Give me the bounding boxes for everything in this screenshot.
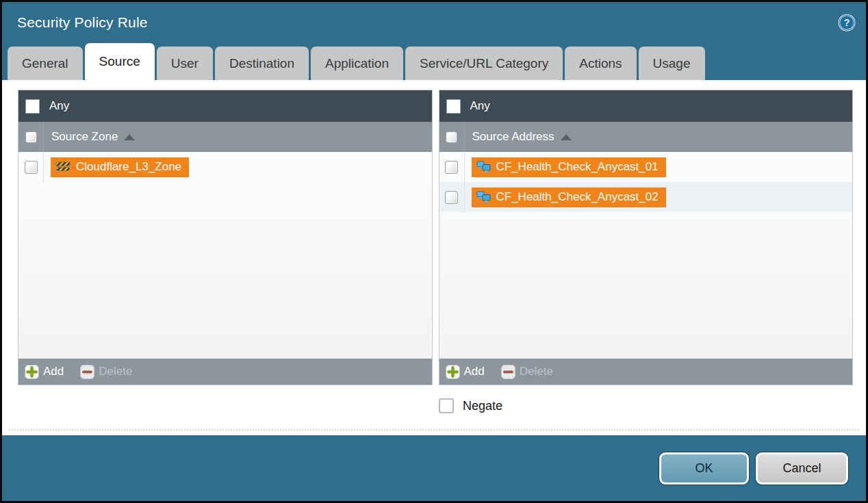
select-all-cell	[439, 122, 465, 152]
delete-minus-icon	[80, 365, 94, 379]
tab-service-url-category[interactable]: Service/URL Category	[405, 47, 563, 80]
tab-label: Destination	[229, 56, 294, 70]
tab-usage[interactable]: Usage	[639, 47, 705, 80]
tab-label: Source	[99, 54, 140, 68]
list-item-chip[interactable]: Cloudflare_L3_Zone	[51, 157, 189, 177]
zone-icon	[55, 162, 71, 173]
tab-content: Any Source Zone	[2, 80, 866, 435]
source-zone-panel: Any Source Zone	[18, 90, 433, 385]
row-checkbox-cell	[439, 182, 465, 212]
any-checkbox[interactable]	[446, 99, 461, 114]
row-checkbox[interactable]	[25, 161, 38, 174]
panels: Any Source Zone	[18, 90, 853, 385]
delete-button[interactable]: Delete	[501, 365, 553, 379]
help-icon[interactable]: ?	[837, 13, 856, 32]
select-all-cell	[18, 122, 44, 152]
tab-label: User	[171, 56, 199, 70]
list-item: Cloudflare_L3_Zone	[18, 152, 432, 182]
tab-bar: GeneralSourceUserDestinationApplicationS…	[2, 43, 866, 80]
address-icon	[476, 191, 491, 204]
negate-row: Negate	[439, 398, 853, 413]
tab-destination[interactable]: Destination	[215, 47, 309, 80]
add-button[interactable]: Add	[446, 365, 485, 379]
panel-toolbar: Add Delete	[439, 359, 853, 385]
list-item-label: CF_Health_Check_Anycast_02	[496, 190, 659, 204]
delete-button[interactable]: Delete	[80, 365, 132, 379]
source-address-panel: Any Source Address	[439, 90, 854, 385]
security-policy-rule-dialog: Security Policy Rule ? GeneralSourceUser…	[0, 0, 868, 503]
select-all-checkbox[interactable]	[446, 131, 457, 143]
tab-general[interactable]: General	[8, 47, 83, 80]
any-header: Any	[439, 90, 853, 122]
tab-label: Service/URL Category	[420, 56, 548, 70]
tab-actions[interactable]: Actions	[565, 47, 636, 80]
row-checkbox[interactable]	[445, 191, 458, 204]
tab-label: Application	[325, 56, 389, 70]
row-checkbox-cell	[439, 152, 465, 182]
row-checkbox-cell	[18, 152, 44, 182]
add-button[interactable]: Add	[25, 365, 64, 379]
any-label: Any	[470, 99, 490, 113]
negate-label: Negate	[463, 399, 502, 413]
delete-button-label: Delete	[520, 365, 553, 378]
svg-text:?: ?	[844, 17, 850, 28]
tab-source[interactable]: Source	[85, 43, 155, 80]
panel-toolbar: Add Delete	[18, 359, 432, 385]
any-label: Any	[49, 99, 69, 113]
list-item: CF_Health_Check_Anycast_02	[439, 182, 853, 212]
row-checkbox[interactable]	[445, 161, 458, 174]
sort-ascending-icon	[124, 134, 135, 140]
list-item-label: Cloudflare_L3_Zone	[76, 160, 181, 174]
delete-minus-icon	[501, 365, 515, 379]
list-item-chip[interactable]: CF_Health_Check_Anycast_02	[472, 188, 666, 207]
address-icon	[476, 161, 491, 174]
tab-application[interactable]: Application	[311, 47, 403, 80]
list-item-label: CF_Health_Check_Anycast_01	[496, 160, 659, 174]
column-header-label[interactable]: Source Zone	[51, 130, 118, 144]
column-header-label[interactable]: Source Address	[472, 130, 554, 144]
list-item: CF_Health_Check_Anycast_01	[439, 152, 853, 182]
dialog-titlebar: Security Policy Rule ?	[2, 2, 866, 43]
tab-label: Actions	[579, 56, 622, 70]
tab-label: Usage	[653, 56, 691, 70]
any-checkbox[interactable]	[25, 99, 40, 114]
add-plus-icon	[446, 365, 460, 379]
add-button-label: Add	[464, 365, 485, 378]
select-all-checkbox[interactable]	[25, 131, 37, 143]
item-list: CF_Health_Check_Anycast_01 CF_Health_Che…	[439, 152, 853, 359]
cancel-button[interactable]: Cancel	[756, 452, 848, 485]
tab-label: General	[22, 56, 68, 70]
list-item-chip[interactable]: CF_Health_Check_Anycast_01	[472, 157, 666, 177]
add-plus-icon	[25, 365, 39, 379]
column-header: Source Zone	[18, 122, 432, 152]
tab-user[interactable]: User	[157, 47, 213, 80]
any-header: Any	[18, 90, 432, 122]
column-header: Source Address	[439, 122, 853, 152]
negate-checkbox[interactable]	[439, 398, 454, 413]
add-button-label: Add	[43, 365, 64, 378]
item-list: Cloudflare_L3_Zone	[18, 152, 432, 359]
page-title: Security Policy Rule	[17, 14, 148, 31]
dialog-footer: OK Cancel	[2, 435, 866, 501]
sort-ascending-icon	[561, 134, 572, 140]
delete-button-label: Delete	[99, 365, 132, 378]
ok-button[interactable]: OK	[659, 452, 749, 485]
